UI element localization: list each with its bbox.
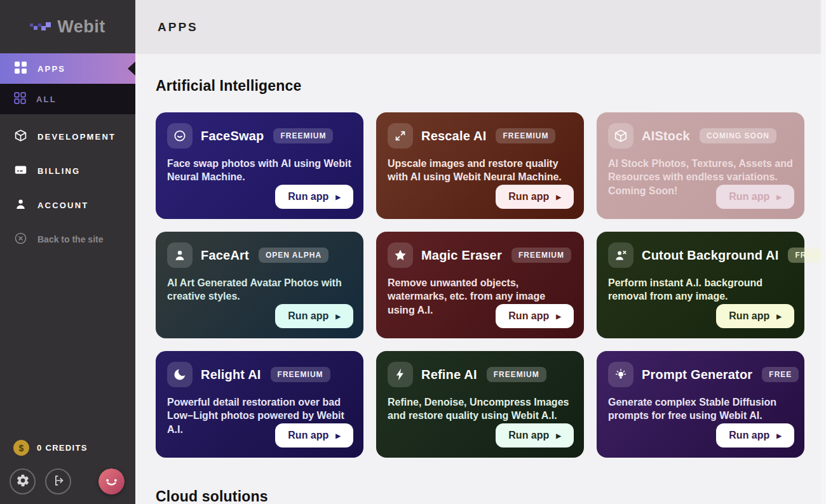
cube-icon <box>14 129 27 145</box>
sidebar-item-apps[interactable]: APPS <box>0 53 135 84</box>
smile-face-icon <box>167 123 193 149</box>
app-badge: FREEMIUM <box>273 128 333 143</box>
app-title: AIStock <box>642 129 690 143</box>
sidebar-item-development[interactable]: DEVELOPMENT <box>0 119 135 154</box>
user-icon <box>14 197 27 213</box>
app-card: Relight AI FREEMIUM Powerful detail rest… <box>156 351 363 458</box>
sidebar-item-account[interactable]: ACCOUNT <box>0 188 135 222</box>
app-badge: FREEMIUM <box>487 367 546 382</box>
app-description: Refine, Denoise, Uncompress Images and r… <box>388 395 572 423</box>
moon-icon <box>167 362 193 387</box>
sidebar-item-billing[interactable]: BILLING <box>0 154 135 188</box>
app-card: Rescale AI FREEMIUM Upscale images and r… <box>376 112 584 219</box>
play-icon: ▶ <box>776 433 782 439</box>
run-app-button[interactable]: Run app ▶ <box>716 423 794 448</box>
app-description: Perform instant A.I. background removal … <box>608 276 793 303</box>
settings-button[interactable] <box>10 468 36 494</box>
app-card: AIStock COMING SOON AI Stock Photos, Tex… <box>597 112 804 219</box>
webit-logo[interactable]: Webit <box>0 0 135 53</box>
app-title: Relight AI <box>201 368 261 382</box>
run-app-button[interactable]: Run app ▶ <box>716 185 794 209</box>
run-app-button[interactable]: Run app ▶ <box>716 304 794 328</box>
webit-logo-icon <box>30 17 51 36</box>
page-header: APPS <box>135 0 826 54</box>
app-badge: FREEMIUM <box>511 248 571 263</box>
main-area: APPS Artificial Intelligence FaceSwap FR… <box>135 0 826 504</box>
app-description: Face swap photos with AI using Webit Neu… <box>167 157 352 184</box>
logout-button[interactable] <box>45 468 71 494</box>
run-app-button[interactable]: Run app ▶ <box>496 423 574 448</box>
gear-icon <box>16 474 30 489</box>
sidebar-item-all[interactable]: ALL <box>0 84 135 114</box>
page-title: APPS <box>158 20 198 34</box>
credits-label: 0 CREDITS <box>37 443 88 453</box>
play-icon: ▶ <box>335 194 341 201</box>
app-title: Rescale AI <box>421 129 486 143</box>
play-icon: ▶ <box>335 433 341 439</box>
logout-icon <box>51 474 65 489</box>
user-icon <box>167 242 193 268</box>
run-app-button[interactable]: Run app ▶ <box>496 185 574 209</box>
coin-icon: $ <box>13 440 29 456</box>
app-description: Upscale images and restore quality with … <box>388 157 572 184</box>
credit-card-icon <box>14 163 27 179</box>
active-item-notch <box>128 62 135 76</box>
sidebar: Webit APPS <box>0 0 135 504</box>
run-app-button[interactable]: Run app ▶ <box>496 304 574 328</box>
app-card: Cutout Background AI FREEMIUM Perform in… <box>597 232 804 338</box>
scrollbar[interactable] <box>821 0 826 504</box>
apps-grid: FaceSwap FREEMIUM Face swap photos with … <box>156 112 826 458</box>
cube-icon <box>608 123 633 149</box>
back-to-site-link[interactable]: Back to the site <box>0 222 135 256</box>
section-title-ai: Artificial Intelligence <box>156 77 826 95</box>
idea-bulb-icon <box>608 362 633 387</box>
user-avatar[interactable] <box>98 468 125 494</box>
app-card: FaceArt OPEN ALPHA AI Art Generated Avat… <box>156 232 363 338</box>
app-title: Refine AI <box>421 368 477 382</box>
expand-arrows-icon <box>388 123 413 149</box>
run-app-button[interactable]: Run app ▶ <box>275 423 353 448</box>
app-card: Magic Eraser FREEMIUM Remove unwanted ob… <box>376 232 584 338</box>
play-icon: ▶ <box>556 194 561 201</box>
run-app-button[interactable]: Run app ▶ <box>275 185 353 209</box>
app-card: Refine AI FREEMIUM Refine, Denoise, Unco… <box>376 351 584 458</box>
section-title-cloud: Cloud solutions <box>156 488 826 504</box>
app-card: Prompt Generator FREE Generate complex S… <box>597 351 804 458</box>
app-badge: OPEN ALPHA <box>259 248 328 263</box>
app-title: FaceSwap <box>201 129 264 143</box>
app-title: FaceArt <box>201 248 249 263</box>
app-description: AI Art Generated Avatar Photos with crea… <box>167 276 352 303</box>
all-grid-icon <box>14 92 26 107</box>
play-icon: ▶ <box>776 194 782 201</box>
run-app-button[interactable]: Run app ▶ <box>275 304 353 328</box>
credits-display: $ 0 CREDITS <box>13 440 88 456</box>
star-icon <box>388 242 413 268</box>
app-description: Generate complex Stable Diffusion prompt… <box>608 395 793 423</box>
play-icon: ▶ <box>556 314 561 320</box>
circle-x-icon <box>14 232 27 248</box>
play-icon: ▶ <box>556 433 561 439</box>
sidebar-bottom-bar <box>10 468 126 494</box>
app-badge: COMING SOON <box>700 128 776 143</box>
logo-text: Webit <box>57 17 105 37</box>
app-badge: FREEMIUM <box>271 367 330 382</box>
user-remove-icon <box>608 242 633 268</box>
content-area: Artificial Intelligence FaceSwap FREEMIU… <box>135 54 826 504</box>
bolt-icon <box>388 362 413 387</box>
app-card: FaceSwap FREEMIUM Face swap photos with … <box>156 112 363 219</box>
play-icon: ▶ <box>776 314 782 320</box>
app-title: Magic Eraser <box>421 248 502 263</box>
apps-grid-icon <box>14 61 27 77</box>
app-badge: FREEMIUM <box>496 128 555 143</box>
app-title: Prompt Generator <box>642 368 752 382</box>
sidebar-nav: APPS ALL <box>0 53 135 256</box>
app-badge: FREE <box>762 367 799 382</box>
play-icon: ▶ <box>335 314 341 320</box>
app-title: Cutout Background AI <box>642 248 778 263</box>
